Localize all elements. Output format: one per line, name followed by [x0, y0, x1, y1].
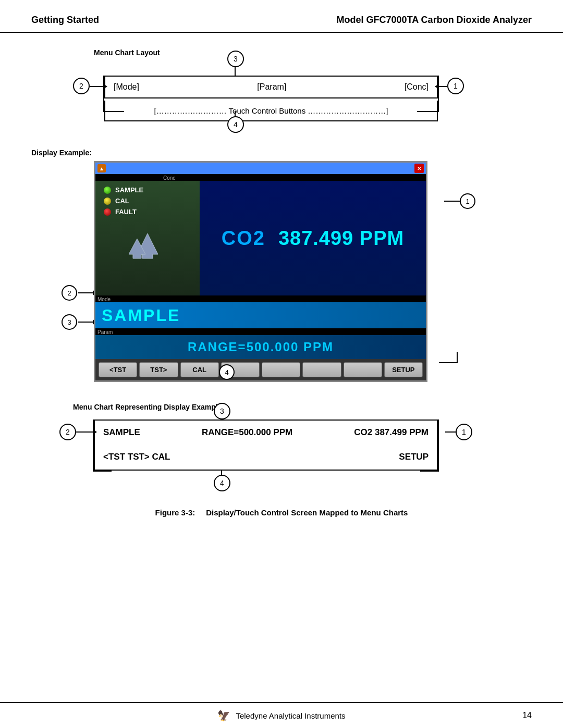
circle-1: 1	[447, 78, 464, 94]
figure-description: Display/Touch Control Screen Mapped to M…	[206, 508, 408, 517]
touch-buttons-label: [……………………… Touch Control Buttons ……………………	[154, 106, 388, 115]
c3-line	[221, 419, 222, 421]
footer-logo-icon: 🦅	[217, 709, 230, 722]
cal-button[interactable]: CAL	[180, 362, 219, 377]
sample-label: SAMPLE	[115, 186, 143, 194]
page-number: 14	[522, 711, 532, 720]
chart2-circle-2: 2	[59, 424, 76, 440]
titlebar-icon: ▲	[97, 164, 106, 172]
up-arrows	[104, 228, 191, 260]
page-header: Getting Started Model GFC7000TA Carbon D…	[0, 0, 563, 33]
c1-bracket-h	[420, 471, 439, 472]
param-bar: RANGE=500.000 PPM	[95, 335, 426, 359]
menu-chart-label: Menu Chart Layout	[94, 48, 532, 57]
cal-dot	[104, 198, 111, 205]
display-example-label: Display Example:	[31, 149, 532, 157]
section1-menu-chart: Menu Chart Layout [Mode] [Param] [Conc] …	[31, 48, 532, 128]
chart2-co2: CO2 387.499 PPM	[354, 427, 429, 438]
bracket-bot-l	[103, 111, 124, 112]
param-value: RANGE=500.000 PPM	[188, 340, 334, 354]
c2-arrow	[76, 431, 94, 433]
d-arrow-1	[444, 201, 460, 202]
page-footer: 🦅 Teledyne Analytical Instruments 14	[0, 702, 563, 728]
tst-forward-button[interactable]: TST>	[139, 362, 178, 377]
sample-indicator: SAMPLE	[104, 186, 191, 194]
cal-label: CAL	[115, 197, 129, 205]
chart2-buttons-left: <TST TST> CAL	[103, 452, 170, 462]
chart2-sample: SAMPLE	[103, 427, 140, 438]
chart2-circle-4: 4	[214, 475, 230, 491]
screen-titlebar: ▲ ✕	[95, 163, 426, 174]
chart2-range: RANGE=500.000 PPM	[202, 427, 292, 438]
chart2-row-1: SAMPLE RANGE=500.000 PPM CO2 387.499 PPM	[94, 419, 438, 446]
figure-number: Figure 3-3:	[155, 508, 195, 517]
fault-dot	[104, 208, 111, 216]
screen-right-panel: CO2 387.499 PPM	[200, 181, 426, 295]
section2-display-example: Display Example: 1 2 3 4 ▲ ✕	[31, 149, 532, 382]
circle-2: 2	[73, 78, 90, 94]
main-content: Menu Chart Layout [Mode] [Param] [Conc] …	[0, 33, 563, 548]
figure-caption: Figure 3-3: Display/Touch Control Screen…	[31, 508, 532, 517]
display-circle-2: 2	[62, 285, 77, 301]
left-bracket	[103, 76, 104, 112]
header-title: Model GFC7000TA Carbon Dioxide Analyzer	[337, 15, 532, 26]
titlebar-close-button[interactable]: ✕	[414, 164, 424, 173]
circle-4: 4	[227, 116, 244, 133]
chart-row-2: [……………………… Touch Control Buttons ……………………	[104, 101, 438, 121]
chart2-setup: SETUP	[399, 452, 429, 462]
display-circle-3: 3	[62, 314, 77, 330]
circle-3: 3	[227, 51, 244, 67]
chart-row-1: [Mode] [Param] [Conc]	[104, 76, 438, 98]
chart2-circle-1: 1	[456, 424, 472, 440]
arrow-2-right	[90, 86, 104, 87]
conc-label: [Conc]	[405, 82, 429, 92]
mode-label: [Mode]	[114, 82, 139, 92]
blank-button-3[interactable]	[302, 362, 341, 377]
chart2-circle-3: 3	[214, 403, 230, 419]
cal-indicator: CAL	[104, 197, 191, 205]
blank-button-4[interactable]	[344, 362, 382, 377]
display-circle-1: 1	[460, 193, 475, 209]
menu-chart-diagram: [Mode] [Param] [Conc] [……………………… Touch C…	[63, 60, 490, 128]
param-label-small: Param	[95, 328, 426, 335]
c2-bracket-v	[93, 419, 94, 472]
right-bracket	[438, 76, 439, 112]
display-wrapper: 1 2 3 4 ▲ ✕ Conc	[52, 161, 480, 382]
c1-bracket-v	[438, 419, 439, 472]
mode-label-small: Mode	[95, 295, 426, 302]
conc-label: Conc	[95, 174, 426, 181]
mode-bar: SAMPLE	[95, 302, 426, 328]
arrow-1-left	[438, 86, 447, 87]
conc-display: CO2 387.499 PPM	[222, 227, 404, 250]
blank-button-2[interactable]	[262, 362, 300, 377]
fault-indicator: FAULT	[104, 208, 191, 216]
menu-chart2-label: Menu Chart Representing Display Example:	[73, 403, 532, 411]
footer-brand: Teledyne Analytical Instruments	[236, 711, 345, 720]
co2-text: CO2	[222, 227, 265, 249]
mode-value: SAMPLE	[102, 306, 180, 325]
button-row: <TST TST> CAL SETUP	[95, 359, 426, 380]
fault-label: FAULT	[115, 208, 137, 216]
header-section: Getting Started	[31, 15, 99, 26]
d-arrow-2	[78, 292, 94, 293]
arrow-3-down	[235, 67, 236, 77]
d-arrow-3	[78, 322, 94, 323]
bracket-bot-r	[417, 111, 439, 112]
menu-chart2-diagram: SAMPLE RANGE=500.000 PPM CO2 387.499 PPM…	[52, 414, 480, 492]
tst-back-button[interactable]: <TST	[99, 362, 137, 377]
ppm-value: 387.499 PPM	[278, 227, 404, 249]
sample-dot	[104, 187, 111, 194]
c1-line	[445, 431, 456, 433]
arrows-svg	[127, 228, 168, 260]
btn-bracket-r-v	[457, 352, 458, 363]
screen-top: SAMPLE CAL FAULT	[95, 181, 426, 295]
screen-outer: ▲ ✕ Conc SAMPLE CAL	[94, 161, 427, 382]
c2-bracket-h	[93, 471, 112, 472]
param-label: [Param]	[257, 82, 286, 92]
display-circle-4: 4	[219, 364, 235, 380]
screen-left-panel: SAMPLE CAL FAULT	[95, 181, 200, 295]
section3-menu-chart2: Menu Chart Representing Display Example:…	[31, 403, 532, 492]
chart2-row-2: <TST TST> CAL SETUP	[94, 445, 438, 471]
btn-bracket-r-h	[439, 362, 458, 363]
setup-button[interactable]: SETUP	[384, 362, 423, 377]
